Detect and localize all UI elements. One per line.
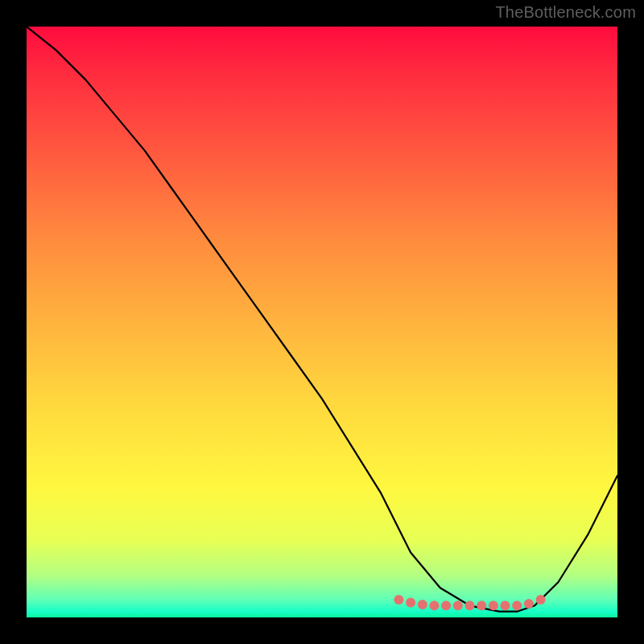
marker-dot [477, 601, 486, 610]
chart-root: TheBottleneck.com [0, 0, 644, 644]
optimal-zone-markers [394, 595, 545, 610]
marker-dot [501, 601, 510, 610]
marker-dot [524, 599, 534, 609]
marker-dot [418, 600, 427, 609]
marker-dot [430, 601, 440, 610]
chart-plot-area [27, 27, 617, 617]
watermark-label: TheBottleneck.com [495, 3, 636, 22]
marker-dot [536, 595, 546, 605]
marker-dot [465, 601, 475, 610]
marker-dot [512, 601, 522, 610]
marker-dot [394, 595, 403, 605]
bottleneck-curve-line [27, 27, 617, 612]
marker-dot [489, 601, 498, 610]
marker-dot [406, 598, 415, 608]
marker-dot [441, 601, 451, 610]
chart-svg [27, 27, 617, 617]
marker-dot [453, 601, 463, 610]
